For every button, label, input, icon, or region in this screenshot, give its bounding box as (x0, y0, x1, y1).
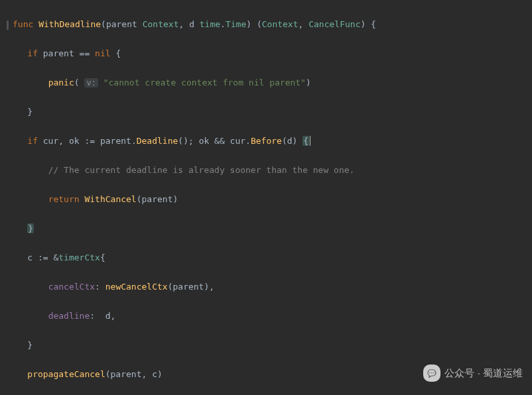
code-line: } (4, 221, 532, 236)
code-line: cancelCtx: newCancelCtx(parent), (4, 280, 532, 294)
code-line: } (4, 338, 532, 353)
code-line: if parent == nil { (4, 46, 532, 61)
code-line: if cur, ok := parent.Deadline(); ok && c… (4, 134, 532, 148)
code-line: c := &timerCtx{ (4, 251, 532, 265)
code-line: panic( v: "cannot create context from ni… (4, 76, 532, 90)
code-line: return WithCancel(parent) (4, 192, 532, 207)
cursor (310, 136, 310, 146)
brace-match: { (302, 136, 309, 146)
code-line: func WithDeadline(parent Context, d time… (4, 17, 532, 32)
brace-match: } (27, 223, 34, 233)
watermark-label: 公众号 · 蜀道运维 (444, 366, 523, 380)
code-editor[interactable]: func WithDeadline(parent Context, d time… (0, 0, 532, 395)
code-line: } (4, 105, 532, 119)
code-line: // The current deadline is already soone… (4, 163, 532, 178)
wechat-icon: 💬 (423, 365, 440, 382)
code-line: deadline: d, (4, 309, 532, 323)
watermark: 💬 公众号 · 蜀道运维 (423, 365, 523, 382)
param-hint: v: (84, 78, 98, 87)
